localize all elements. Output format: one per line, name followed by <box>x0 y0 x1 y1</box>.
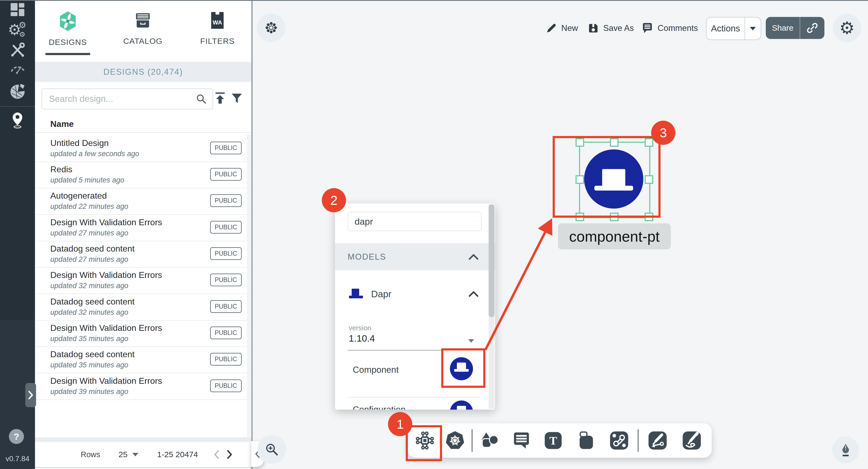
design-name: Redis <box>50 165 72 174</box>
model-item-dapr-label: Dapr <box>371 289 468 299</box>
settings-gears-icon[interactable]: ⚙ ⚙ ⚙ <box>9 22 26 39</box>
design-list-item[interactable]: Autogenerated updated 22 minutes ago PUB… <box>35 188 251 215</box>
text-tool-icon[interactable]: T <box>543 430 563 451</box>
column-header-name: Name <box>50 119 74 129</box>
settings-button[interactable]: ⚙ <box>833 14 861 42</box>
tab-designs[interactable]: DESIGNS <box>38 11 97 54</box>
design-list-item[interactable]: Datadog seed content updated 32 minutes … <box>35 294 251 321</box>
svg-text:T: T <box>550 434 557 447</box>
save-as-button[interactable]: Save As <box>588 22 634 35</box>
design-updated: updated 5 minutes ago <box>50 176 124 185</box>
version-caret-icon[interactable] <box>468 339 474 343</box>
design-updated: updated 32 minutes ago <box>50 308 128 316</box>
model-search-input[interactable] <box>348 216 474 227</box>
search-icon <box>195 93 207 105</box>
tab-filters-label: FILTERS <box>200 37 235 46</box>
new-design-button[interactable]: New <box>546 22 578 35</box>
arrow-pen-icon[interactable] <box>647 430 668 451</box>
models-section-header[interactable]: MODELS <box>335 243 495 270</box>
save-floppy-icon <box>588 23 599 34</box>
actions-dropdown-toggle[interactable] <box>745 27 761 30</box>
kubernetes-icon[interactable] <box>445 430 465 451</box>
zoom-in-button[interactable] <box>257 435 286 464</box>
design-name: Design With Validation Errors <box>50 217 162 227</box>
design-search-box[interactable] <box>41 89 213 109</box>
actions-label: Actions <box>707 23 744 34</box>
pen-mode-button[interactable] <box>832 436 859 463</box>
comment-bubble-icon[interactable] <box>511 430 532 451</box>
model-item-dapr[interactable]: Dapr <box>335 270 495 317</box>
configuration-item-label: Configuration <box>353 404 405 410</box>
toolkit-crossed-tools-icon[interactable] <box>9 42 26 59</box>
extensions-pie-icon[interactable] <box>9 83 26 100</box>
active-tab-underline <box>45 53 90 55</box>
window-top-edge <box>0 0 868 1</box>
rows-per-page-caret-icon[interactable] <box>132 453 138 456</box>
design-list-item[interactable]: Untitled Design updated a few seconds ag… <box>35 135 251 162</box>
link-edge-icon[interactable] <box>609 430 629 451</box>
models-section-label: MODELS <box>348 252 468 262</box>
design-list-item[interactable]: Datadog seed content updated 27 minutes … <box>35 241 251 268</box>
note-tool-icon[interactable] <box>576 430 596 451</box>
pagination-bar: Rows 25 1-25 20474 <box>35 442 251 468</box>
visibility-badge: PUBLIC <box>210 168 242 180</box>
toolbar-divider <box>638 429 639 452</box>
design-list-item[interactable]: Design With Validation Errors updated 32… <box>35 267 251 294</box>
filter-funnel-icon[interactable] <box>230 91 244 105</box>
share-button[interactable]: Share <box>766 17 825 39</box>
component-list-divider <box>348 397 481 398</box>
rows-per-page-label: Rows <box>81 450 100 459</box>
designs-count-header: DESIGNS (20,474) <box>35 62 251 82</box>
meshmap-pin-icon[interactable] <box>9 111 26 129</box>
tab-catalog[interactable]: CATALOG <box>113 11 173 54</box>
performance-gauge-icon[interactable] <box>9 61 26 78</box>
version-select[interactable]: 1.10.4 <box>349 333 375 344</box>
gear-icon: ⚙ <box>839 19 855 37</box>
design-name: Datadog seed content <box>50 297 134 307</box>
copy-link-button[interactable] <box>800 22 825 34</box>
annotation-step-1: 1 <box>388 412 412 436</box>
version-label: version <box>349 324 371 332</box>
help-button[interactable]: ? <box>9 429 24 444</box>
chevron-up-icon[interactable] <box>468 253 479 261</box>
design-updated: updated a few seconds ago <box>50 150 139 158</box>
chevron-up-icon[interactable] <box>468 290 479 298</box>
model-search-box[interactable] <box>348 212 482 231</box>
shapes-icon[interactable] <box>479 430 500 451</box>
table-header-divider <box>35 132 251 133</box>
dashboard-grid-icon[interactable] <box>9 1 26 19</box>
sidebar-divider <box>0 106 35 107</box>
design-list-item[interactable]: Redis updated 5 minutes ago PUBLIC <box>35 162 251 189</box>
next-page-button[interactable] <box>225 449 234 460</box>
design-list-item[interactable]: Design With Validation Errors updated 27… <box>35 214 251 241</box>
dapr-configuration-icon[interactable] <box>450 400 473 410</box>
visibility-badge: PUBLIC <box>210 274 242 286</box>
design-list-item[interactable]: Datadog seed content updated 35 minutes … <box>35 346 251 373</box>
new-design-label: New <box>561 23 578 33</box>
freehand-pencil-icon[interactable] <box>682 430 702 451</box>
design-list-scrollbar[interactable] <box>247 134 251 437</box>
tab-filters[interactable]: WA FILTERS <box>188 11 247 54</box>
annotation-box-component-item <box>441 348 486 388</box>
prev-page-button[interactable] <box>212 449 221 460</box>
panel-resize-divider[interactable] <box>251 0 253 469</box>
design-updated: updated 35 minutes ago <box>50 335 128 343</box>
sidebar-expand-handle[interactable] <box>25 383 36 407</box>
help-question-icon: ? <box>14 431 19 442</box>
design-search-input[interactable] <box>42 94 195 104</box>
clear-search-icon[interactable] <box>474 216 475 226</box>
app-sidebar: ⚙ ⚙ ⚙ <box>0 0 35 469</box>
mesh-dots-button[interactable] <box>257 13 285 42</box>
comments-button[interactable]: Comments <box>642 22 698 35</box>
design-updated: updated 35 minutes ago <box>50 361 128 369</box>
comment-icon <box>642 22 653 34</box>
actions-button[interactable]: Actions <box>706 17 761 40</box>
design-name: Datadog seed content <box>50 244 134 254</box>
design-updated: updated 27 minutes ago <box>50 255 128 264</box>
rows-per-page-select[interactable]: 25 <box>119 450 127 459</box>
design-list-item[interactable]: Design With Validation Errors updated 39… <box>35 373 251 400</box>
model-panel-scrollbar-thumb[interactable] <box>489 204 495 317</box>
design-updated: updated 22 minutes ago <box>50 202 128 211</box>
design-list-item[interactable]: Design With Validation Errors updated 35… <box>35 320 251 347</box>
upload-design-icon[interactable] <box>213 91 227 105</box>
